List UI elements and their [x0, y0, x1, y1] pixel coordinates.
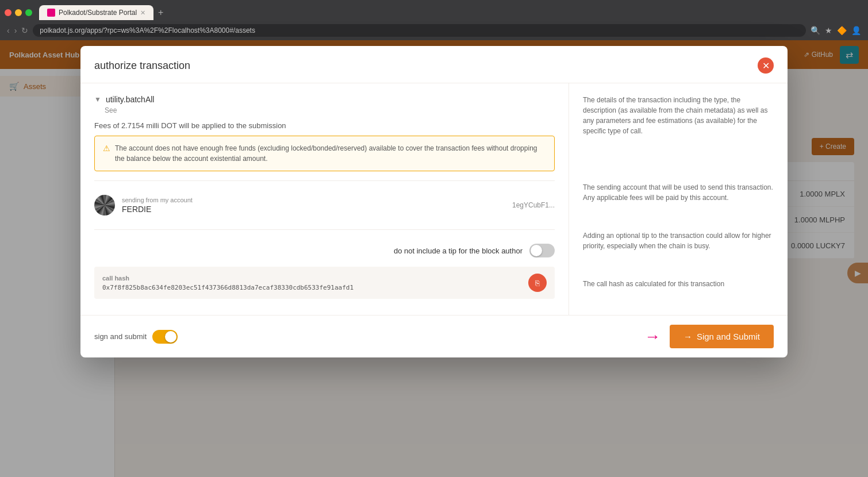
tx-see-link[interactable]: See [115, 106, 555, 114]
back-button[interactable]: ‹ [7, 26, 10, 35]
zoom-icon: 🔍 [811, 26, 820, 35]
address-input[interactable] [33, 24, 806, 37]
submit-label: Sign and Submit [697, 332, 760, 341]
modal-body: ▼ utility.batchAll See Fees of 2.7154 mi… [115, 83, 788, 315]
star-icon[interactable]: ★ [825, 26, 832, 35]
copy-hash-button[interactable]: ⎘ [528, 274, 547, 292]
main-content: assets 301 assets + Create id name owner… [115, 69, 868, 477]
extension-icon: 🔶 [837, 26, 847, 35]
tx-method-row: ▼ utility.batchAll [115, 95, 555, 104]
warning-box: ⚠ The account does not have enough free … [115, 136, 555, 171]
account-label: sending from my account [122, 197, 505, 203]
account-info: sending from my account FERDIE [122, 197, 505, 214]
call-hash-value: 0x7f8f825b8ac634fe8203ec51f437366d8813da… [115, 284, 523, 291]
sign-submit-toggle-switch[interactable] [152, 330, 178, 344]
arrow-indicator: → [644, 328, 660, 346]
tab-label: Polkadot/Substrate Portal [59, 9, 137, 17]
sign-submit-button[interactable]: → Sign and Submit [670, 325, 774, 348]
new-tab-icon[interactable]: + [158, 7, 163, 18]
divider-1 [115, 180, 555, 181]
sign-label: sign and submit [115, 332, 147, 341]
hash-description: The call hash as calculated for this tra… [583, 279, 774, 289]
fee-notice: Fees of 2.7154 milli DOT will be applied… [115, 121, 555, 130]
profile-icon[interactable]: 👤 [851, 26, 861, 35]
call-hash-inner: call hash 0x7f8f825b8ac634fe8203ec51f437… [115, 275, 523, 291]
modal-header: authorize transaction ✕ [115, 69, 788, 83]
divider-2 [115, 229, 555, 230]
browser-chrome: Polkadot/Substrate Portal ✕ + ‹ › ↻ 🔍 ★ … [0, 0, 868, 40]
tx-method-name: utility.batchAll [115, 95, 154, 104]
modal-footer: sign and submit → → Sign and Submit [115, 315, 788, 357]
account-description: The sending account that will be used to… [583, 182, 774, 203]
traffic-lights [5, 9, 32, 16]
close-traffic-light[interactable] [5, 9, 11, 16]
submit-icon: → [683, 332, 692, 341]
modal-overlay: authorize transaction ✕ ▼ utility.batchA… [115, 69, 868, 477]
call-hash-label: call hash [115, 275, 523, 282]
tip-toggle[interactable] [529, 244, 555, 257]
warning-text: The account does not have enough free fu… [115, 143, 546, 164]
account-address: 1egYCubF1... [512, 201, 555, 209]
tab-bar: Polkadot/Substrate Portal ✕ + [0, 0, 868, 21]
tab-close-icon[interactable]: ✕ [140, 9, 145, 17]
modal-title: authorize transaction [115, 69, 190, 72]
tip-description: Adding an optional tip to the transactio… [583, 230, 774, 251]
tab-favicon [47, 9, 55, 17]
browser-actions: 🔍 ★ 🔶 👤 [811, 26, 861, 35]
call-hash-section: call hash 0x7f8f825b8ac634fe8203ec51f437… [115, 267, 555, 299]
tx-description: The details of the transaction including… [583, 95, 774, 136]
account-name: FERDIE [122, 205, 505, 214]
tip-label: do not include a tip for the block autho… [394, 247, 523, 255]
fullscreen-traffic-light[interactable] [25, 9, 32, 16]
account-section: sending from my account FERDIE 1egYCubF1… [115, 190, 555, 220]
modal-dialog: authorize transaction ✕ ▼ utility.batchA… [115, 69, 788, 357]
address-bar: ‹ › ↻ 🔍 ★ 🔶 👤 [0, 21, 868, 40]
modal-left-panel: ▼ utility.batchAll See Fees of 2.7154 mi… [115, 83, 569, 315]
modal-right-panel: The details of the transaction including… [569, 83, 788, 315]
refresh-button[interactable]: ↻ [21, 26, 28, 35]
footer-right: → → Sign and Submit [644, 325, 774, 348]
sign-submit-toggle: sign and submit [115, 330, 178, 344]
modal-close-button[interactable]: ✕ [758, 69, 774, 74]
active-tab[interactable]: Polkadot/Substrate Portal ✕ [39, 5, 153, 20]
forward-button[interactable]: › [14, 26, 17, 35]
app-content: 🛒 Assets assets 301 assets + Create id n… [0, 69, 868, 477]
minimize-traffic-light[interactable] [15, 9, 22, 16]
tip-section: do not include a tip for the block autho… [115, 239, 555, 262]
